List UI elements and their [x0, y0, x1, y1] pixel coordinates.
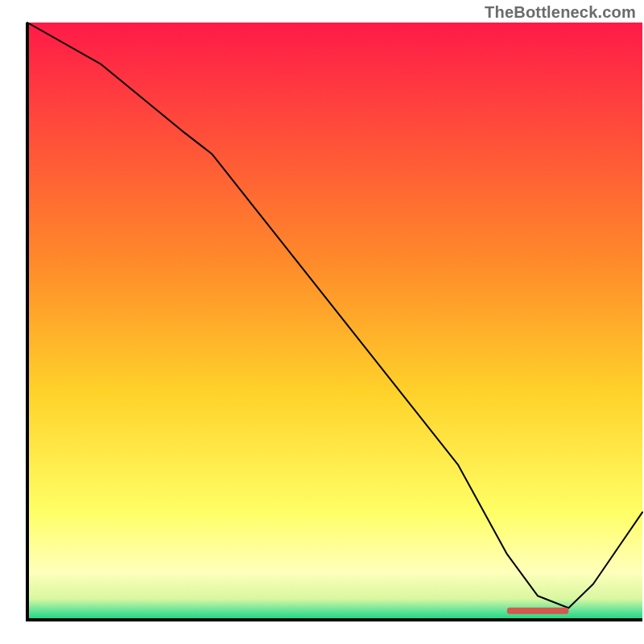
- plot-area: [27, 23, 642, 620]
- marker-band: [507, 608, 568, 614]
- bottleneck-chart: [0, 0, 644, 644]
